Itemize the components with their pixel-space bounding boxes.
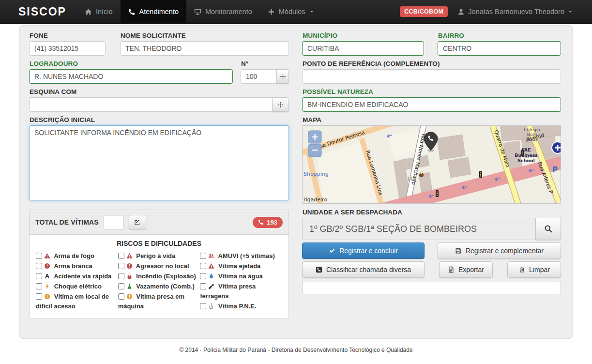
risk-arma-branca[interactable]: Arma branca bbox=[36, 261, 115, 271]
limpar-button[interactable]: Limpar bbox=[507, 261, 561, 278]
crosshair-icon bbox=[280, 74, 286, 80]
phone-icon bbox=[258, 219, 264, 225]
checkbox[interactable] bbox=[118, 253, 124, 259]
org-badge: CCB/COBOM bbox=[400, 6, 448, 17]
fone-input[interactable] bbox=[29, 41, 106, 56]
descricao-inicial-label: DESCRIÇÃO INICIAL bbox=[30, 116, 289, 123]
unidade-search-button[interactable] bbox=[535, 218, 561, 240]
chevron-down-icon bbox=[568, 9, 573, 14]
unidade-input[interactable] bbox=[302, 218, 536, 240]
risk-incendio-explosao[interactable]: Incêndio (Explosão) bbox=[118, 272, 197, 281]
phone-square-icon bbox=[316, 266, 322, 273]
classificar-chamada-button[interactable]: Classificar chamada diversa bbox=[302, 261, 425, 278]
registrar-complementar-button[interactable]: Registrar e complementar bbox=[438, 243, 561, 259]
risk-acidente-via-rapida[interactable]: A Acidente via rápida bbox=[36, 272, 115, 281]
risk-vazamento-comb[interactable]: Vazamento (Comb.) bbox=[118, 282, 197, 291]
checkbox[interactable] bbox=[36, 283, 42, 289]
exportar-button[interactable]: Exportar bbox=[439, 261, 493, 278]
nav-label: Módulos bbox=[279, 8, 305, 15]
risk-vitima-na-agua[interactable]: Vítima na água bbox=[200, 272, 279, 281]
warning-triangle-icon bbox=[208, 263, 214, 269]
checkbox[interactable] bbox=[200, 283, 206, 289]
risk-vitima-ejetada[interactable]: Vítima ejetada bbox=[200, 261, 279, 271]
checkbox[interactable] bbox=[118, 283, 124, 289]
checkbox[interactable] bbox=[118, 263, 124, 269]
warning-triangle-icon bbox=[44, 253, 50, 259]
nav-item-atendimento[interactable]: Atendimento bbox=[121, 0, 186, 23]
checkbox[interactable] bbox=[200, 263, 206, 269]
nav-item-modulos[interactable]: Módulos bbox=[260, 0, 322, 23]
crosshair-icon bbox=[277, 102, 284, 108]
esquina-locate-button[interactable] bbox=[272, 97, 289, 112]
risk-agressor-no-local[interactable]: Agressor no local bbox=[118, 261, 197, 271]
map[interactable]: 141 Rua Doutor Pedrosa Rua Lamenha Lins … bbox=[302, 125, 561, 204]
emergency-number-badge: 193 bbox=[253, 217, 283, 228]
ponto-referencia-input[interactable] bbox=[302, 69, 561, 84]
svg-text:Jesus: Jesus bbox=[526, 137, 538, 142]
nav-item-inicio[interactable]: Início bbox=[77, 0, 121, 23]
risk-amuvi[interactable]: AMUVI (+5 vítimas) bbox=[200, 251, 279, 261]
nome-solicitante-input[interactable] bbox=[120, 41, 289, 56]
map-zoom-in-button[interactable]: + bbox=[308, 131, 321, 143]
svg-text:FAE: FAE bbox=[521, 147, 531, 152]
edit-vitimas-button[interactable] bbox=[129, 215, 146, 229]
risk-vitima-presa-ferragens[interactable]: Vítima presa ferragens bbox=[200, 282, 279, 301]
checkbox[interactable] bbox=[200, 303, 206, 309]
brigadeiro-label: rigadeiro bbox=[304, 197, 327, 203]
pencil-square-icon bbox=[134, 219, 140, 226]
possivel-natureza-input[interactable] bbox=[302, 97, 561, 112]
checkbox[interactable] bbox=[200, 253, 206, 259]
risk-perigo-a-vida[interactable]: Perigo à vida bbox=[118, 251, 197, 261]
nav-item-monitoramento[interactable]: Monitoramento bbox=[186, 0, 260, 23]
user-name: Jonatas Barrionuevo Theodoro bbox=[468, 8, 564, 15]
mapa-label: MAPA bbox=[303, 116, 561, 123]
numero-label: Nº bbox=[241, 60, 289, 67]
risk-vitima-dificil-acesso[interactable]: Vítima em local de difícil acesso bbox=[36, 292, 115, 311]
risk-vitima-pne[interactable]: Vítima P.N.E. bbox=[200, 302, 279, 311]
user-menu[interactable]: Jonatas Barrionuevo Theodoro bbox=[457, 8, 573, 15]
map-add-overlay-button[interactable] bbox=[552, 142, 561, 153]
checkbox[interactable] bbox=[36, 253, 42, 259]
numero-locate-button[interactable] bbox=[276, 69, 289, 84]
check-icon bbox=[329, 247, 335, 254]
checkbox[interactable] bbox=[118, 293, 124, 300]
esquina-com-input[interactable] bbox=[29, 97, 273, 112]
checkbox[interactable] bbox=[36, 273, 42, 279]
possivel-natureza-label: POSSÍVEL NATUREZA bbox=[303, 88, 561, 95]
users-icon bbox=[208, 253, 214, 259]
navbar: SISCOP Início Atendimento Monitoramento … bbox=[0, 0, 592, 24]
checkbox[interactable] bbox=[118, 273, 124, 279]
logradouro-input[interactable] bbox=[29, 69, 233, 84]
exclamation-circle-icon bbox=[126, 293, 133, 300]
user-icon bbox=[457, 8, 465, 15]
total-vitimas-input[interactable] bbox=[104, 215, 124, 229]
extra-field-input[interactable] bbox=[302, 281, 561, 294]
parking-icon: P bbox=[552, 166, 558, 174]
descricao-inicial-textarea[interactable]: SOLICITANTE INFORMA INCÊNDIO EM EDIFICAÇ… bbox=[29, 125, 289, 200]
map-canvas[interactable]: 141 Rua Doutor Pedrosa Rua Lamenha Lins … bbox=[303, 126, 561, 203]
flame-icon bbox=[126, 273, 133, 279]
checkbox[interactable] bbox=[200, 273, 206, 279]
municipio-input[interactable] bbox=[302, 41, 424, 56]
footer-copyright: © 2014 - Polícia Militar do Paraná - Dir… bbox=[0, 347, 592, 353]
total-vitimas-label: TOTAL DE VÍTIMAS bbox=[35, 218, 99, 226]
ponto-referencia-label: PONTO DE REFERÊNCIA (COMPLEMENTO) bbox=[303, 60, 561, 67]
risk-choque-eletrico[interactable]: Choque elétrico bbox=[36, 282, 115, 291]
numero-input[interactable] bbox=[241, 69, 277, 84]
logradouro-label: LOGRADOURO bbox=[30, 60, 233, 67]
brand-logo[interactable]: SISCOP bbox=[18, 0, 66, 23]
svg-text:Business: Business bbox=[515, 152, 538, 158]
fone-label: FONE bbox=[30, 32, 106, 39]
registrar-concluir-button[interactable]: Registrar e concluir bbox=[302, 243, 425, 259]
map-zoom-out-button[interactable]: − bbox=[308, 144, 321, 157]
risk-vitima-presa-maquina[interactable]: Vítima presa em máquina bbox=[118, 292, 197, 311]
checkbox[interactable] bbox=[36, 293, 42, 300]
plus-icon bbox=[268, 8, 275, 15]
exclamation-circle-icon bbox=[44, 293, 50, 300]
checkbox[interactable] bbox=[36, 263, 42, 269]
nav-label: Monitoramento bbox=[205, 8, 252, 15]
bairro-input[interactable] bbox=[438, 41, 561, 56]
esquina-com-label: ESQUINA COM bbox=[30, 88, 289, 95]
nav-label: Atendimento bbox=[139, 8, 179, 15]
risk-arma-de-fogo[interactable]: Arma de fogo bbox=[36, 251, 115, 261]
